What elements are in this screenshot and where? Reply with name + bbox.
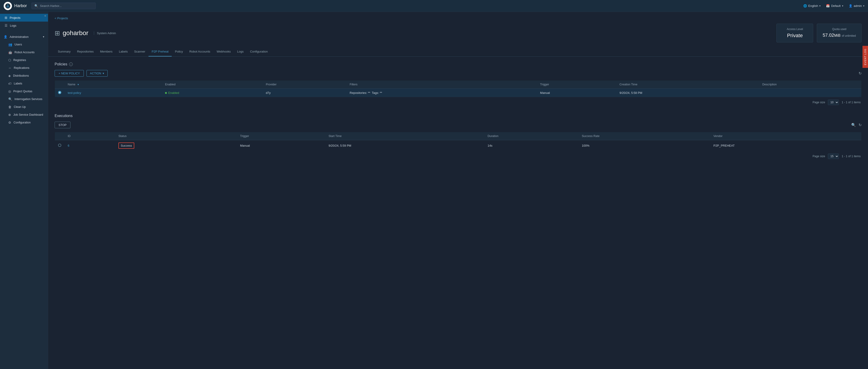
tab-scanner[interactable]: Scanner xyxy=(131,47,148,57)
row-radio-selected[interactable] xyxy=(58,91,61,94)
row-name-cell: test-policy xyxy=(64,89,162,97)
policies-pagination-info: 1 - 1 of 1 items xyxy=(842,101,861,104)
sidebar-interrogation-label: Interrogation Services xyxy=(14,97,42,101)
project-header: < Projects ⊞ goharbor System Admin Acces… xyxy=(48,12,868,42)
tab-labels[interactable]: Labels xyxy=(116,47,131,57)
policies-info-icon[interactable]: i xyxy=(69,62,73,66)
sidebar-section-main: ⊞ Projects ☰ Logs xyxy=(0,12,48,31)
sidebar-section-admin: 👤 Administration ▾ 👥 Users 🤖 Robot Accou… xyxy=(0,31,48,128)
tab-policy[interactable]: Policy xyxy=(172,47,186,57)
stop-button[interactable]: STOP xyxy=(55,122,70,128)
sidebar-admin-label: Administration xyxy=(10,35,28,38)
row-trigger-cell: Manual xyxy=(537,89,616,97)
project-title: ⊞ goharbor System Admin xyxy=(55,29,116,37)
quota-unit: MiB xyxy=(834,33,841,37)
tab-members[interactable]: Members xyxy=(97,47,116,57)
action-button[interactable]: ACTION ▾ xyxy=(87,70,107,76)
policies-title-row: Policies i xyxy=(55,62,862,66)
sidebar-item-configuration[interactable]: ⚙ Configuration xyxy=(0,119,48,126)
top-navigation: Harbor 🔍 Search Harbor... 🌐 English ▾ 📅 … xyxy=(0,0,868,12)
registry-icon: ⬡ xyxy=(8,58,11,62)
policies-refresh-icon[interactable]: ↻ xyxy=(859,71,862,75)
users-icon: 👥 xyxy=(8,43,12,47)
calendar-selector[interactable]: 📅 Default ▾ xyxy=(826,4,843,7)
exec-col-success-rate: Success Rate xyxy=(579,132,710,140)
project-name: goharbor xyxy=(63,29,88,37)
sidebar-item-replications[interactable]: ↔ Replications xyxy=(0,64,48,72)
exec-page-size-select[interactable]: 15 10 25 50 xyxy=(828,154,839,159)
policies-page-size-label: Page size xyxy=(812,101,825,104)
policies-col-description: Description xyxy=(759,81,862,89)
policy-name-link[interactable]: test-policy xyxy=(68,91,81,95)
content-area: Policies i + NEW POLICY ACTION ▾ ↻ xyxy=(48,57,868,167)
exec-col-start: Start Time xyxy=(325,132,484,140)
row-radio-cell xyxy=(55,89,65,97)
quota-suffix: of unlimited xyxy=(842,34,856,37)
new-policy-button[interactable]: + NEW POLICY xyxy=(55,70,84,76)
sidebar-item-job-service[interactable]: ⊕ Job Service Dashboard xyxy=(0,111,48,119)
sidebar-item-projects[interactable]: ⊞ Projects xyxy=(0,14,48,22)
user-label: admin xyxy=(854,4,862,7)
search-placeholder: Search Harbor... xyxy=(40,4,62,7)
executions-toolbar: STOP 🔍 ↻ xyxy=(55,122,862,128)
sidebar-item-labels[interactable]: 🏷 Labels xyxy=(0,80,48,87)
tab-configuration[interactable]: Configuration xyxy=(247,47,271,57)
exec-pagination-info: 1 - 1 of 1 items xyxy=(842,155,861,158)
sidebar-item-distributions[interactable]: ◈ Distributions xyxy=(0,72,48,80)
action-label: ACTION xyxy=(90,71,101,75)
executions-refresh-icon[interactable]: ↻ xyxy=(859,123,862,127)
user-icon: 👤 xyxy=(849,4,852,7)
sidebar-replications-label: Replications xyxy=(14,66,29,69)
tab-webhooks[interactable]: Webhooks xyxy=(213,47,234,57)
policies-header-row: Name ▼ Enabled Provider Filters Trigger … xyxy=(55,81,862,89)
exec-row-vendor-cell: P2P_PREHEAT xyxy=(710,140,862,151)
language-selector[interactable]: 🌐 English ▾ xyxy=(803,4,821,7)
search-bar[interactable]: 🔍 Search Harbor... xyxy=(31,2,96,9)
tab-logs[interactable]: Logs xyxy=(234,47,247,57)
executions-title-row: Executions xyxy=(55,114,862,118)
table-row[interactable]: test-policy Enabled d7y Repositories: **… xyxy=(55,89,862,97)
app-name: Harbor xyxy=(14,3,27,8)
interrogation-icon: 🔍 xyxy=(8,97,12,101)
expand-icon: ▾ xyxy=(43,35,44,38)
tab-robot-accounts[interactable]: Robot Accounts xyxy=(186,47,213,57)
exec-id-link[interactable]: 6 xyxy=(68,144,69,147)
tab-repositories[interactable]: Repositories xyxy=(74,47,97,57)
quota-value: 57.02MiB of unlimited xyxy=(823,33,856,38)
table-row[interactable]: 6 Success Manual 9/20/24, 5:59 PM 14s 10… xyxy=(55,140,862,151)
user-menu[interactable]: 👤 admin ▾ xyxy=(849,4,864,7)
row-provider-cell: d7y xyxy=(262,89,346,97)
sidebar-robot-label: Robot Accounts xyxy=(14,51,35,54)
policies-col-filters: Filters xyxy=(346,81,537,89)
enabled-label: Enabled xyxy=(168,91,179,95)
event-log-tab[interactable]: EVENT LOG xyxy=(863,46,868,68)
sidebar-item-registries[interactable]: ⬡ Registries xyxy=(0,56,48,64)
sidebar-item-users[interactable]: 👥 Users xyxy=(0,41,48,49)
exec-status-badge: Success xyxy=(118,143,134,149)
sidebar-projects-label: Projects xyxy=(10,16,21,20)
sidebar-item-robot-accounts[interactable]: 🤖 Robot Accounts xyxy=(0,49,48,56)
info-cards: Access Level Private Quota used 57.02MiB… xyxy=(776,24,862,42)
name-sort-icon[interactable]: ▼ xyxy=(77,83,80,86)
sidebar-collapse-btn[interactable]: « xyxy=(44,14,46,18)
search-icon: 🔍 xyxy=(34,4,38,7)
policies-table-body: test-policy Enabled d7y Repositories: **… xyxy=(55,89,862,97)
tab-p2p-preheat[interactable]: P2P Preheat xyxy=(149,47,172,57)
exec-row-radio[interactable] xyxy=(58,144,61,147)
sidebar-administration-header[interactable]: 👤 Administration ▾ xyxy=(0,33,48,41)
policies-col-provider: Provider xyxy=(262,81,346,89)
executions-search-icon[interactable]: 🔍 xyxy=(851,123,856,127)
logo-area[interactable]: Harbor xyxy=(4,2,27,10)
sidebar-item-interrogation[interactable]: 🔍 Interrogation Services xyxy=(0,95,48,103)
language-label: English xyxy=(808,4,818,7)
sidebar-item-cleanup[interactable]: 🗑 Clean Up xyxy=(0,103,48,111)
tab-summary[interactable]: Summary xyxy=(55,47,74,57)
exec-col-checkbox xyxy=(55,132,65,140)
executions-header-row: ID Status Trigger Start Time Duration Su… xyxy=(55,132,862,140)
breadcrumb[interactable]: < Projects xyxy=(55,17,862,20)
globe-icon: 🌐 xyxy=(803,4,807,7)
sidebar-item-logs[interactable]: ☰ Logs xyxy=(0,22,48,29)
cleanup-icon: 🗑 xyxy=(8,105,11,109)
policies-page-size-select[interactable]: 10 15 25 50 xyxy=(828,100,839,105)
sidebar-item-project-quotas[interactable]: ◎ Project Quotas xyxy=(0,87,48,95)
